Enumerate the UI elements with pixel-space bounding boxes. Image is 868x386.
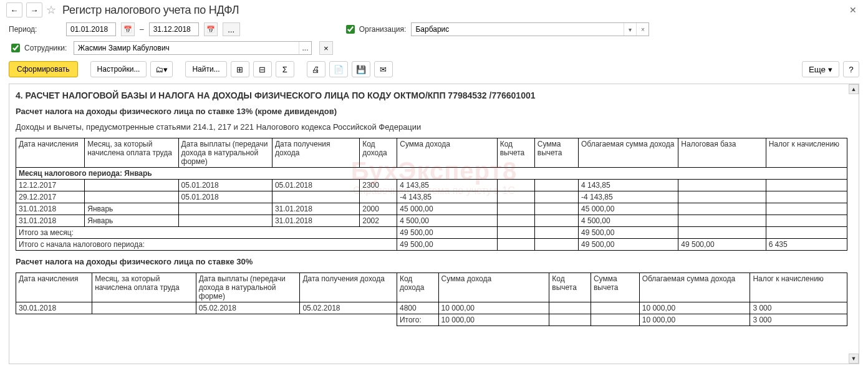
clear-organization-icon[interactable]: × <box>636 23 649 36</box>
table-row: 31.01.2018 Январь 31.01.2018 2002 4 500,… <box>16 215 847 227</box>
th30-c2: Дата выплаты (передачи дохода в натураль… <box>196 273 300 302</box>
table-row: 30.01.2018 05.02.2018 05.02.2018 4800 10… <box>16 302 847 314</box>
table-row: 12.12.2017 05.01.2018 05.01.2018 2300 4 … <box>16 180 847 191</box>
th30-c1: Месяц, за который начислена оплата труда <box>92 273 196 302</box>
th-c7: Сумма вычета <box>534 138 578 168</box>
th30-c8: Облагаемая сумма дохода <box>639 273 750 302</box>
th-c3: Дата получения дохода <box>272 138 359 168</box>
th-c2: Дата выплаты (передачи дохода в натураль… <box>178 138 272 168</box>
group-header: Месяц налогового периода: Январь <box>16 168 847 180</box>
th-c8: Облагаемая сумма дохода <box>578 138 678 168</box>
email-icon[interactable]: ✉ <box>374 61 393 77</box>
sum-icon[interactable]: Σ <box>276 61 294 77</box>
th-c5: Сумма дохода <box>397 138 497 168</box>
nav-back-button[interactable]: ← <box>6 2 22 17</box>
scroll-down-icon[interactable]: ▼ <box>849 354 859 364</box>
collapse-groups-icon[interactable]: ⊟ <box>253 61 272 77</box>
chevron-down-icon: ▾ <box>828 65 832 74</box>
section-title: 4. РАСЧЕТ НАЛОГОВОЙ БАЗЫ И НАЛОГА НА ДОХ… <box>16 90 852 100</box>
employees-label: Сотрудники: <box>24 44 67 52</box>
total-period-row: Итого с начала налогового периода: 49 50… <box>16 239 847 251</box>
report-area: БухЭксперт8 Справочная система по учету … <box>9 84 859 364</box>
th-c0: Дата начисления <box>16 138 85 168</box>
th30-c5: Сумма дохода <box>438 273 549 302</box>
organization-input[interactable] <box>412 23 624 36</box>
subsection-13-title: Расчет налога на доходы физического лица… <box>16 107 852 116</box>
employees-picker-icon[interactable]: ... <box>299 42 311 54</box>
expand-groups-icon[interactable]: ⊞ <box>231 61 249 77</box>
preview-icon[interactable]: 📄 <box>329 61 348 77</box>
total-month-row: Итого за месяц: 49 500,00 49 500,00 <box>16 227 847 239</box>
table-row: 29.12.2017 05.01.2018 -4 143,85 -4 143,8… <box>16 191 847 203</box>
organization-checkbox[interactable] <box>346 25 355 34</box>
date-from-input[interactable] <box>66 22 116 36</box>
th30-c3: Дата получения дохода <box>300 273 397 302</box>
date-separator: – <box>140 25 144 34</box>
scroll-up-icon[interactable]: ▲ <box>849 84 859 94</box>
th-c4: Код дохода <box>360 138 397 168</box>
table-13: Дата начисления Месяц, за который начисл… <box>16 138 847 251</box>
th-c6: Код вычета <box>497 138 534 168</box>
employees-checkbox[interactable] <box>11 44 20 52</box>
th30-c10: Налог к начислению <box>750 273 847 302</box>
dropdown-icon[interactable]: ▾ <box>624 23 636 36</box>
th30-c4: Код дохода <box>397 273 438 302</box>
th-c9: Налоговая база <box>678 138 766 168</box>
table-row: 31.01.2018 Январь 31.01.2018 2000 45 000… <box>16 203 847 215</box>
favorite-star-icon[interactable]: ☆ <box>46 3 56 17</box>
th30-c6: Код вычета <box>549 273 591 302</box>
th-c1: Месяц, за который начислена оплата труда <box>85 138 178 168</box>
save-icon[interactable]: 💾 <box>352 61 370 77</box>
generate-button[interactable]: Сформировать <box>9 61 78 77</box>
employees-input[interactable] <box>74 42 299 54</box>
settings-manage-icon[interactable]: 🗂▾ <box>150 61 173 77</box>
employees-field[interactable]: ... <box>74 41 312 55</box>
calendar-to-icon[interactable]: 📅 <box>204 22 218 36</box>
more-button[interactable]: Еще ▾ <box>802 61 839 77</box>
nav-forward-button[interactable]: → <box>26 2 42 17</box>
help-button[interactable]: ? <box>843 61 859 77</box>
find-button[interactable]: Найти... <box>185 61 226 77</box>
note-text: Доходы и вычеты, предусмотренные статьям… <box>16 122 852 132</box>
subsection-30-title: Расчет налога на доходы физического лица… <box>16 257 852 266</box>
calendar-from-icon[interactable]: 📅 <box>121 22 135 36</box>
th-c10: Налог к начислению <box>766 138 847 168</box>
clear-employees-button[interactable]: × <box>319 41 333 55</box>
page-title: Регистр налогового учета по НДФЛ <box>62 4 239 17</box>
settings-button[interactable]: Настройки... <box>90 61 147 77</box>
close-icon[interactable]: ✕ <box>844 2 862 17</box>
period-label: Период: <box>9 25 61 34</box>
print-icon[interactable]: 🖨 <box>307 61 326 77</box>
date-to-input[interactable] <box>149 22 199 36</box>
organization-field[interactable]: ▾ × <box>411 22 649 36</box>
total-30-row: Итого: 10 000,00 10 000,00 3 000 <box>16 314 847 326</box>
organization-label: Организация: <box>359 25 407 34</box>
table-30: Дата начисления Месяц, за который начисл… <box>16 273 847 326</box>
period-picker-button[interactable]: ... <box>223 22 240 36</box>
th30-c7: Сумма вычета <box>591 273 639 302</box>
th30-c0: Дата начисления <box>16 273 92 302</box>
